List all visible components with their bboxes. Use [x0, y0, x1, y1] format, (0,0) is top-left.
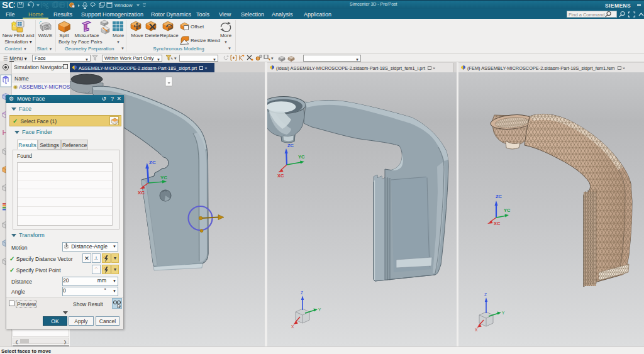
- svg-text:ZC: ZC: [496, 194, 502, 199]
- svg-text:Z: Z: [484, 292, 487, 297]
- svg-text:YC: YC: [160, 175, 167, 180]
- svg-text:YC: YC: [298, 154, 305, 160]
- svg-text:Window: Window: [114, 3, 133, 8]
- svg-text:▾: ▾: [174, 56, 177, 60]
- svg-text:XC: XC: [277, 173, 284, 179]
- svg-text:X: X: [475, 328, 478, 332]
- svg-text:XC: XC: [138, 190, 145, 196]
- svg-text:YC: YC: [504, 207, 511, 213]
- svg-text:ZC: ZC: [149, 160, 156, 165]
- svg-text:ZC: ZC: [287, 143, 294, 148]
- svg-text:Y: Y: [502, 311, 505, 315]
- svg-text:▾: ▾: [271, 56, 274, 60]
- svg-text:X: X: [291, 324, 294, 329]
- svg-text:Z: Z: [301, 290, 303, 295]
- svg-text:XC: XC: [494, 221, 501, 226]
- svg-text:Y: Y: [318, 307, 321, 312]
